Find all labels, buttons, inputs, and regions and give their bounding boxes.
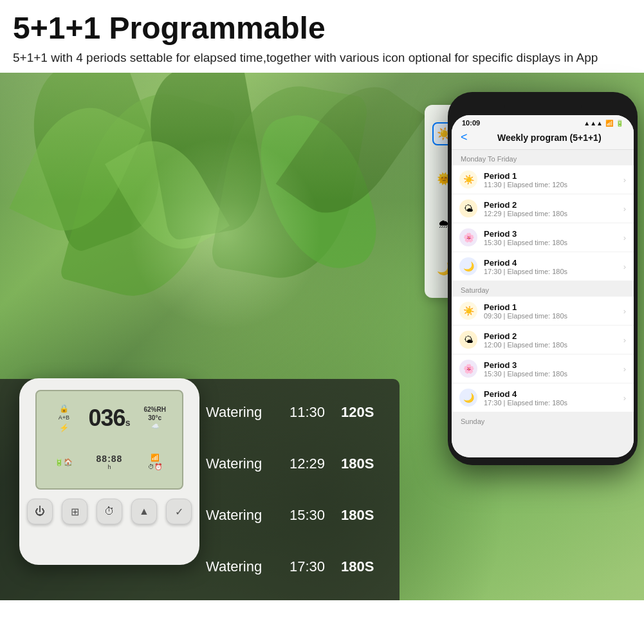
btn-confirm[interactable]: ✓ (166, 499, 192, 524)
period-name: Period 4 (484, 258, 617, 268)
period-item-mon-2[interactable]: 🌤 Period 2 12:29 | Elapsed time: 180s › (452, 194, 634, 223)
period-name: Period 2 (484, 331, 617, 341)
period-detail: 17:30 | Elapsed time: 180s (484, 399, 617, 407)
period-detail: 12:00 | Elapsed time: 180s (484, 341, 617, 349)
temperature-display: 30°c (148, 414, 161, 421)
app-title: Weekly program (5+1+1) (474, 133, 625, 143)
battery-icon: 🔋 (616, 120, 623, 127)
period-text-sat-3: Period 3 15:30 | Elapsed time: 180s (484, 360, 617, 378)
period-detail: 12:29 | Elapsed time: 180s (484, 210, 617, 217)
btn-power[interactable]: ⏻ (27, 499, 53, 524)
period-detail: 11:30 | Elapsed time: 120s (484, 181, 617, 189)
period-detail: 09:30 | Elapsed time: 180s (484, 312, 617, 320)
period-detail: 15:30 | Elapsed time: 180s (484, 239, 617, 246)
period-detail: 17:30 | Elapsed time: 180s (484, 268, 617, 275)
screen-time-display: 88:88 h (87, 441, 132, 484)
period-name: Period 2 (484, 200, 617, 210)
chevron-right-icon: › (623, 335, 626, 345)
timer-display: 036 (89, 407, 125, 430)
schedule-row-3: Watering 15:30 180S (206, 507, 387, 524)
phone-screen: 10:09 ▲▲▲ 📶 🔋 < Weekly program (5+1+1) M… (452, 115, 634, 457)
phone-content: Monday To Friday ☀️ Period 1 11:30 | Ela… (452, 150, 634, 457)
back-button[interactable]: < (461, 131, 468, 144)
chevron-right-icon: › (623, 233, 626, 243)
page-title: 5+1+1 Programmable (13, 12, 631, 46)
screen-main-display: 036 s (87, 396, 132, 439)
period-name: Period 1 (484, 302, 617, 312)
time-display: 88:88 (97, 454, 123, 464)
wifi-icon: 📶 (605, 120, 613, 127)
device-buttons: ⏻ ⊞ ⏱ ▲ ✓ (27, 499, 192, 524)
phone-mockup: 10:09 ▲▲▲ 📶 🔋 < Weekly program (5+1+1) M… (448, 92, 638, 465)
device-screen: 🔒 A+B ⚡ 036 s 62%RH 30°c ☁️ 🔋🏠 (35, 390, 183, 490)
sched-label-1: Watering (206, 404, 290, 421)
phone-notch (504, 100, 582, 114)
page-subtitle: 5+1+1 with 4 periods settable for elapse… (13, 50, 631, 67)
sched-label-4: Watering (206, 558, 290, 575)
period-icon-sun: ☀️ (459, 170, 477, 189)
section-label-sunday: Sunday (452, 412, 634, 428)
period-icon-flower: 🌸 (459, 228, 477, 246)
period-text-sat-4: Period 4 17:30 | Elapsed time: 180s (484, 389, 617, 407)
btn-up[interactable]: ▲ (131, 499, 157, 524)
chevron-right-icon: › (623, 306, 626, 316)
period-icon-moon-sat: 🌙 (459, 389, 477, 407)
screen-icons-topleft: 🔒 A+B ⚡ (42, 396, 86, 439)
period-icon-moon: 🌙 (459, 257, 477, 275)
phone-status-bar: 10:09 ▲▲▲ 📶 🔋 (452, 115, 634, 128)
status-icons: ▲▲▲ 📶 🔋 (584, 120, 623, 127)
screen-icons-bottomleft: 🔋🏠 (42, 441, 86, 484)
period-icon-flower-sat: 🌸 (459, 360, 477, 378)
period-item-mon-4[interactable]: 🌙 Period 4 17:30 | Elapsed time: 180s › (452, 252, 634, 281)
period-name: Period 4 (484, 389, 617, 399)
page-header: 5+1+1 Programmable 5+1+1 with 4 periods … (0, 0, 644, 73)
screen-env-data: 62%RH 30°c ☁️ (133, 396, 177, 439)
section-label-saturday: Saturday (452, 281, 634, 297)
period-name: Period 1 (484, 171, 617, 181)
sched-time-4: 17:30 (290, 558, 341, 575)
screen-icons-bottomright: 📶 ⏱⏰ (133, 441, 177, 484)
btn-timer[interactable]: ⏱ (97, 499, 122, 524)
period-text-mon-3: Period 3 15:30 | Elapsed time: 180s (484, 229, 617, 246)
period-item-sat-4[interactable]: 🌙 Period 4 17:30 | Elapsed time: 180s › (452, 383, 634, 412)
period-item-sat-2[interactable]: 🌤 Period 2 12:00 | Elapsed time: 180s › (452, 326, 634, 354)
period-text-sat-1: Period 1 09:30 | Elapsed time: 180s (484, 302, 617, 320)
period-text-sat-2: Period 2 12:00 | Elapsed time: 180s (484, 331, 617, 349)
period-item-mon-3[interactable]: 🌸 Period 3 15:30 | Elapsed time: 180s › (452, 223, 634, 252)
period-icon-partlysunny: 🌤 (459, 199, 477, 217)
sched-duration-3: 180S (341, 507, 386, 524)
sched-label-2: Watering (206, 455, 290, 472)
chevron-right-icon: › (623, 364, 626, 374)
timer-unit: s (125, 418, 131, 428)
chevron-right-icon: › (623, 204, 626, 214)
sched-duration-4: 180S (341, 558, 386, 575)
sched-time-1: 11:30 (290, 404, 341, 421)
period-item-mon-1[interactable]: ☀️ Period 1 11:30 | Elapsed time: 120s › (452, 165, 634, 194)
period-text-mon-1: Period 1 11:30 | Elapsed time: 120s (484, 171, 617, 189)
device-container: 🔒 A+B ⚡ 036 s 62%RH 30°c ☁️ 🔋🏠 (19, 378, 199, 565)
period-item-sat-1[interactable]: ☀️ Period 1 09:30 | Elapsed time: 180s › (452, 297, 634, 326)
phone-app-header: < Weekly program (5+1+1) (452, 128, 634, 150)
signal-icon: ▲▲▲ (584, 120, 603, 127)
sched-label-3: Watering (206, 507, 290, 524)
btn-grid[interactable]: ⊞ (62, 499, 87, 524)
phone-time: 10:09 (462, 119, 480, 127)
period-text-mon-4: Period 4 17:30 | Elapsed time: 180s (484, 258, 617, 275)
period-name: Period 3 (484, 229, 617, 239)
period-icon-partlysunny-sat: 🌤 (459, 331, 477, 349)
sched-duration-1: 120S (341, 404, 386, 421)
schedule-row-1: Watering 11:30 120S (206, 404, 387, 421)
sched-time-3: 15:30 (290, 507, 341, 524)
period-detail: 15:30 | Elapsed time: 180s (484, 370, 617, 378)
time-unit: h (107, 464, 111, 470)
chevron-right-icon: › (623, 262, 626, 271)
schedule-row-2: Watering 12:29 180S (206, 455, 387, 472)
section-label-weekday: Monday To Friday (452, 150, 634, 165)
sched-duration-2: 180S (341, 455, 386, 472)
period-item-sat-3[interactable]: 🌸 Period 3 15:30 | Elapsed time: 180s › (452, 354, 634, 383)
schedule-row-4: Watering 17:30 180S (206, 558, 387, 575)
chevron-right-icon: › (623, 393, 626, 403)
chevron-right-icon: › (623, 175, 626, 185)
period-text-mon-2: Period 2 12:29 | Elapsed time: 180s (484, 200, 617, 217)
sched-time-2: 12:29 (290, 455, 341, 472)
